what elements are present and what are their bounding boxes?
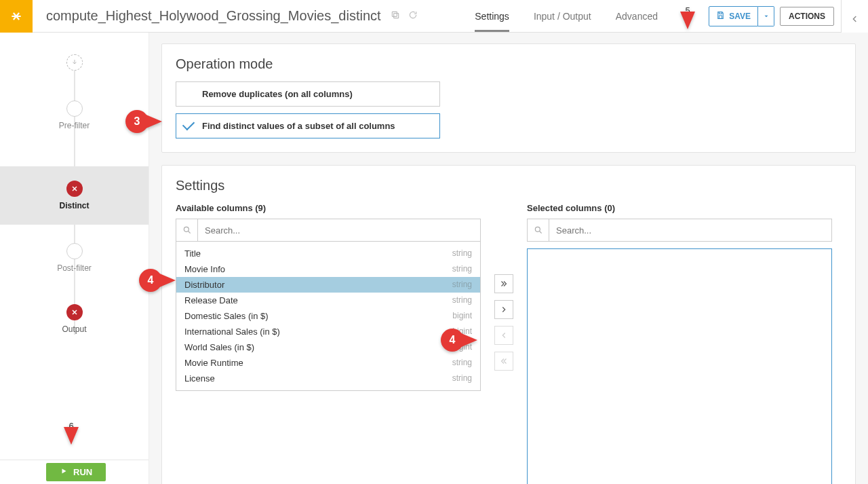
column-row[interactable]: Titlestring	[176, 246, 480, 261]
flow-output-icon[interactable]	[66, 304, 83, 320]
svg-point-8	[535, 227, 540, 231]
available-columns-label: Available columns (9)	[176, 203, 481, 213]
column-name: World Sales (in $)	[184, 342, 254, 352]
flow-prefilter-icon[interactable]	[66, 100, 83, 117]
column-row[interactable]: Movie Runtimestring	[176, 355, 480, 371]
save-dropdown[interactable]	[758, 6, 774, 26]
column-name: Release Date	[184, 295, 238, 305]
op-find-distinct[interactable]: Find distinct values of a subset of all …	[176, 113, 440, 138]
settings-title: Settings	[162, 166, 855, 203]
transfer-buttons	[494, 203, 513, 371]
op-remove-duplicates[interactable]: Remove duplicates (on all columns)	[176, 81, 440, 107]
save-label: SAVE	[729, 12, 751, 21]
svg-point-7	[184, 227, 189, 231]
selected-search-input[interactable]	[549, 225, 831, 236]
svg-rect-0	[393, 14, 398, 18]
column-type: string	[452, 264, 472, 274]
settings-card: Settings Available columns (9) Titlestri…	[161, 165, 856, 484]
save-icon	[716, 11, 725, 22]
selected-search	[527, 219, 832, 242]
search-icon	[176, 219, 198, 241]
collapse-icon[interactable]	[850, 14, 861, 24]
flow-postfilter-label: Post-filter	[0, 263, 149, 273]
column-name: License	[184, 373, 215, 384]
selected-columns-label: Selected columns (0)	[527, 203, 832, 213]
column-type: string	[452, 373, 472, 384]
flow-prefilter-label: Pre-filter	[0, 121, 149, 130]
main: Pre-filter Distinct Post-filter Output	[0, 33, 868, 484]
svg-rect-1	[392, 12, 397, 16]
column-type: bigint	[452, 342, 472, 352]
move-all-left-button[interactable]	[494, 352, 513, 371]
copy-icon[interactable]	[391, 10, 400, 22]
column-name: Domestic Sales (in $)	[184, 311, 269, 321]
operation-mode-title: Operation mode	[162, 44, 855, 81]
column-row[interactable]: Movie Infostring	[176, 261, 480, 277]
header-title-icons	[391, 10, 418, 22]
tab-advanced[interactable]: Advanced	[616, 0, 658, 32]
run-bar: RUN	[0, 460, 149, 484]
header-tabs: Settings Input / Output Advanced	[475, 0, 658, 32]
run-label: RUN	[73, 467, 92, 477]
available-columns-list: TitlestringMovie InfostringDistributorst…	[176, 242, 481, 391]
available-columns-pane: Available columns (9) TitlestringMovie I…	[176, 203, 481, 391]
tab-io[interactable]: Input / Output	[534, 0, 591, 32]
flow-distinct-icon	[66, 181, 83, 197]
column-type: string	[452, 248, 472, 259]
flow-distinct-label: Distinct	[59, 201, 89, 210]
flow-panel: Pre-filter Distinct Post-filter Output	[0, 33, 149, 484]
column-row[interactable]: Release Datestring	[176, 293, 480, 308]
column-type: bigint	[452, 311, 472, 321]
flow-postfilter-icon[interactable]	[66, 243, 83, 259]
column-name: Movie Runtime	[184, 358, 243, 368]
move-right-button[interactable]	[494, 300, 513, 319]
selected-columns-pane: Selected columns (0)	[527, 203, 832, 484]
header: compute_Highest_Holywood_Grossing_Movies…	[0, 0, 868, 33]
tab-settings[interactable]: Settings	[475, 0, 509, 32]
run-button[interactable]: RUN	[46, 463, 106, 481]
column-name: International Sales (in $)	[184, 327, 280, 337]
column-name: Distributor	[184, 280, 224, 290]
recipe-title: compute_Highest_Holywood_Grossing_Movies…	[33, 8, 381, 24]
flow-input-icon[interactable]	[66, 54, 83, 71]
column-row[interactable]: International Sales (in $)bigint	[176, 324, 480, 339]
column-name: Title	[184, 248, 201, 259]
content-area: Operation mode Remove duplicates (on all…	[149, 33, 868, 484]
save-button-group: SAVE	[709, 6, 774, 26]
move-all-right-button[interactable]	[494, 274, 513, 293]
flow-output-label: Output	[0, 324, 149, 334]
column-row[interactable]: Distributorstring	[176, 277, 480, 293]
svg-rect-2	[719, 12, 722, 14]
search-icon	[528, 219, 549, 241]
play-icon	[60, 467, 68, 477]
column-type: string	[452, 358, 472, 368]
column-row[interactable]: Domestic Sales (in $)bigint	[176, 308, 480, 324]
svg-rect-3	[719, 16, 722, 18]
operation-mode-card: Operation mode Remove duplicates (on all…	[161, 43, 856, 153]
column-type: bigint	[452, 327, 472, 337]
move-left-button[interactable]	[494, 326, 513, 345]
column-type: string	[452, 280, 472, 290]
available-search	[176, 219, 481, 242]
column-row[interactable]: Licensestring	[176, 371, 480, 386]
column-type: string	[452, 295, 472, 305]
available-search-input[interactable]	[198, 225, 480, 236]
refresh-icon[interactable]	[408, 10, 418, 22]
recipe-icon	[0, 0, 33, 33]
actions-button[interactable]: ACTIONS	[780, 7, 834, 26]
flow-distinct-row[interactable]: Distinct	[0, 166, 149, 225]
header-buttons: SAVE ACTIONS	[709, 6, 834, 26]
column-name: Movie Info	[184, 264, 225, 274]
column-row[interactable]: World Sales (in $)bigint	[176, 339, 480, 355]
save-button[interactable]: SAVE	[709, 6, 758, 26]
selected-columns-list	[527, 248, 832, 484]
